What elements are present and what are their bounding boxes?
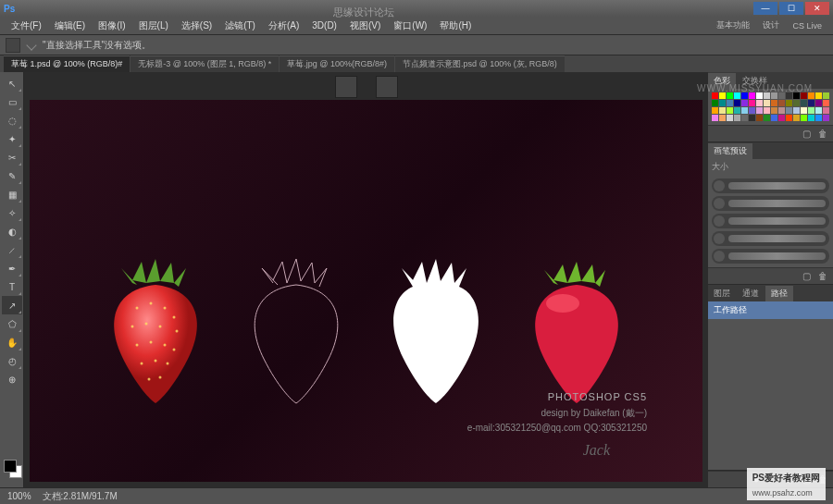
menu-window[interactable]: 窗口(W): [388, 18, 432, 34]
doc-tab-3[interactable]: 草莓.jpg @ 100%(RGB/8#): [280, 55, 394, 72]
zoom-level[interactable]: 100%: [7, 491, 31, 501]
eraser-tool[interactable]: ⟋: [2, 240, 22, 259]
swatch[interactable]: [719, 92, 726, 99]
eyedropper-tool[interactable]: ✎: [2, 166, 22, 185]
swatch[interactable]: [801, 107, 807, 114]
brush-preset-1[interactable]: [712, 178, 829, 193]
cs-live-link[interactable]: CS Live: [787, 19, 827, 32]
foreground-color-well[interactable]: [4, 460, 17, 473]
swatch[interactable]: [734, 107, 740, 114]
swatch[interactable]: [727, 92, 733, 99]
swatch[interactable]: [712, 92, 718, 99]
swatch[interactable]: [749, 115, 755, 121]
channels-tab[interactable]: 通道: [737, 286, 765, 301]
brushes-tab[interactable]: 画笔预设: [708, 143, 752, 159]
swatch[interactable]: [778, 115, 785, 121]
swatch[interactable]: [712, 115, 718, 121]
swatch[interactable]: [749, 107, 755, 114]
swatch[interactable]: [719, 100, 726, 106]
swatch[interactable]: [786, 92, 792, 99]
swatch-new-icon[interactable]: ▢: [800, 128, 813, 141]
wand-tool[interactable]: ✦: [2, 129, 22, 148]
doc-tab-4[interactable]: 节点频道示意图.psd @ 100% (灰, RGB/8): [395, 55, 565, 72]
swatch[interactable]: [727, 100, 733, 106]
swatch[interactable]: [808, 92, 814, 99]
doc-tab-2[interactable]: 无标题-3 @ 100% (图层 1, RGB/8) *: [131, 55, 279, 72]
swatch[interactable]: [793, 115, 800, 121]
swatch[interactable]: [734, 100, 740, 106]
swatch[interactable]: [719, 107, 726, 114]
swatch[interactable]: [734, 115, 740, 121]
swatch[interactable]: [823, 92, 829, 99]
swatch-trash-icon[interactable]: 🗑: [816, 128, 829, 141]
brush-preset-3[interactable]: [712, 214, 829, 228]
swatch[interactable]: [764, 107, 770, 114]
work-path-item[interactable]: 工作路径: [708, 301, 833, 319]
marquee-tool[interactable]: ▭: [2, 92, 22, 111]
swatch[interactable]: [778, 107, 785, 114]
heal-tool[interactable]: ▦: [2, 185, 22, 203]
shape-tool[interactable]: ⬠: [2, 314, 22, 333]
swatch[interactable]: [771, 107, 777, 114]
swatch[interactable]: [786, 115, 792, 121]
swatch[interactable]: [764, 100, 770, 106]
maximize-button[interactable]: ☐: [779, 2, 803, 15]
brush-trash-icon[interactable]: 🗑: [816, 270, 829, 283]
brush-new-icon[interactable]: ▢: [800, 270, 813, 283]
pen-tool[interactable]: ✒: [2, 259, 22, 277]
workspace-design[interactable]: 设计: [757, 18, 785, 33]
canvas[interactable]: PHOTOSHOP CS5 design by Daikefan (戴一) e-…: [30, 100, 702, 482]
swatch[interactable]: [719, 115, 726, 121]
tool-preset-icon[interactable]: [6, 38, 20, 53]
swatch[interactable]: [727, 115, 733, 121]
workspace-basic[interactable]: 基本功能: [711, 18, 755, 33]
swatch[interactable]: [771, 92, 777, 99]
swatch[interactable]: [741, 115, 748, 121]
menu-help[interactable]: 帮助(H): [434, 18, 477, 34]
swatch[interactable]: [815, 107, 822, 114]
swatch[interactable]: [786, 100, 792, 106]
brush-preset-5[interactable]: [712, 249, 829, 264]
doc-tab-1[interactable]: 草莓 1.psd @ 100% (RGB/8)#: [4, 55, 130, 72]
swatch[interactable]: [756, 107, 763, 114]
stamp-tool[interactable]: ◐: [2, 222, 22, 240]
swatch[interactable]: [764, 92, 770, 99]
swatch[interactable]: [793, 92, 800, 99]
swatch[interactable]: [764, 115, 770, 121]
swatch[interactable]: [808, 115, 814, 121]
swatch[interactable]: [712, 100, 718, 106]
hand-tool[interactable]: ✋: [2, 333, 22, 351]
menu-view[interactable]: 视图(V): [344, 18, 386, 34]
swatches-tab-1[interactable]: 色彩: [708, 73, 736, 89]
menu-3d[interactable]: 3D(D): [306, 18, 342, 32]
swatch[interactable]: [741, 92, 748, 99]
swatch[interactable]: [815, 92, 822, 99]
swatch[interactable]: [801, 115, 807, 121]
swatch[interactable]: [808, 100, 814, 106]
swatch[interactable]: [793, 107, 800, 114]
swatch[interactable]: [801, 100, 807, 106]
layers-tab[interactable]: 图层: [708, 286, 736, 301]
swatch[interactable]: [756, 92, 763, 99]
float-tool-1[interactable]: [335, 76, 357, 98]
swatch[interactable]: [756, 115, 763, 121]
swatch[interactable]: [771, 115, 777, 121]
minimize-button[interactable]: —: [753, 2, 777, 15]
swatch[interactable]: [734, 92, 740, 99]
swatch[interactable]: [823, 100, 829, 106]
swatch[interactable]: [823, 115, 829, 121]
zoom-tool[interactable]: ⊕: [2, 370, 22, 388]
swatch[interactable]: [823, 107, 829, 114]
menu-image[interactable]: 图像(I): [93, 18, 131, 34]
type-tool[interactable]: T: [2, 277, 22, 296]
menu-file[interactable]: 文件(F): [6, 18, 47, 34]
swatch[interactable]: [793, 100, 800, 106]
close-button[interactable]: ✕: [805, 2, 829, 15]
crop-tool[interactable]: ✂: [2, 148, 22, 166]
move-tool[interactable]: ↖: [2, 74, 22, 92]
menu-edit[interactable]: 编辑(E): [49, 18, 91, 34]
swatch[interactable]: [801, 92, 807, 99]
swatch[interactable]: [778, 92, 785, 99]
brush-tool[interactable]: ✧: [2, 203, 22, 222]
rotate-tool[interactable]: ◴: [2, 351, 22, 370]
